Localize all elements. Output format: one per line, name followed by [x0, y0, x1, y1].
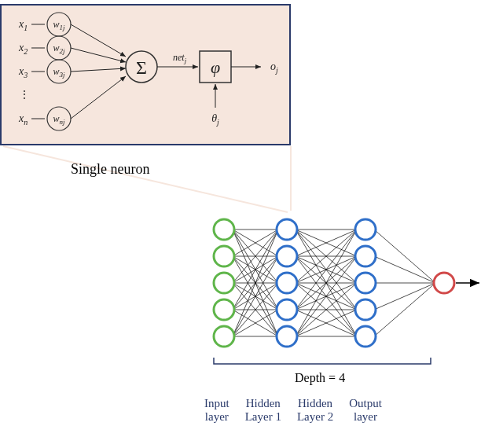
input-node [214, 273, 234, 293]
arrow [71, 76, 126, 119]
sum-symbol: Σ [136, 57, 147, 78]
single-neuron-label: Single neuron [71, 161, 150, 178]
hidden2-node [355, 219, 376, 240]
arrow [71, 24, 126, 57]
activation-symbol: φ [211, 57, 220, 77]
output-node [434, 273, 454, 293]
depth-label: Depth = 4 [295, 371, 345, 385]
edge [374, 283, 435, 310]
input-x2: x2 [18, 42, 28, 56]
weight-wnj: wnj [53, 113, 65, 126]
input-node [214, 219, 234, 240]
output-symbol: oj [270, 61, 278, 75]
depth-bracket [213, 358, 431, 367]
hidden2-node [355, 273, 376, 293]
edge [374, 283, 435, 336]
edge [374, 230, 435, 283]
output-layer-label: Output layer [349, 397, 382, 424]
hidden2-node [355, 326, 376, 347]
input-layer-label: Input layer [204, 397, 229, 424]
input-node [214, 326, 234, 347]
single-neuron-panel: x1 x2 x3 ⋮ xn w1j w2j w3j wnj [0, 4, 291, 145]
arrow [71, 68, 126, 72]
neuron-diagram-svg: x1 x2 x3 ⋮ xn w1j w2j w3j wnj [2, 6, 292, 147]
edge [374, 256, 435, 283]
input-xn: xn [18, 112, 28, 127]
hidden1-node [277, 326, 297, 347]
layer-labels-row: Input layer Hidden Layer 1 Hidden Layer … [204, 397, 382, 424]
arrow [71, 48, 126, 62]
weight-w2j: w2j [53, 42, 65, 55]
hidden1-node [277, 246, 297, 266]
input-node [214, 246, 234, 266]
input-x1: x1 [18, 18, 28, 32]
hidden2-layer-label: Hidden Layer 2 [297, 397, 333, 424]
net-label: netj [173, 52, 187, 64]
input-x3: x3 [18, 65, 28, 79]
network-svg [208, 200, 479, 365]
weight-w1j: w1j [53, 19, 65, 31]
weight-w3j: w3j [53, 66, 65, 79]
bias-symbol: θj [211, 112, 219, 127]
hidden2-node [355, 246, 376, 266]
hidden1-node [277, 219, 297, 240]
hidden1-node [277, 299, 297, 320]
input-node [214, 299, 234, 320]
hidden1-layer-label: Hidden Layer 1 [245, 397, 281, 424]
hidden2-node [355, 299, 376, 320]
hidden1-node [277, 273, 297, 293]
ellipsis: ⋮ [19, 89, 30, 101]
